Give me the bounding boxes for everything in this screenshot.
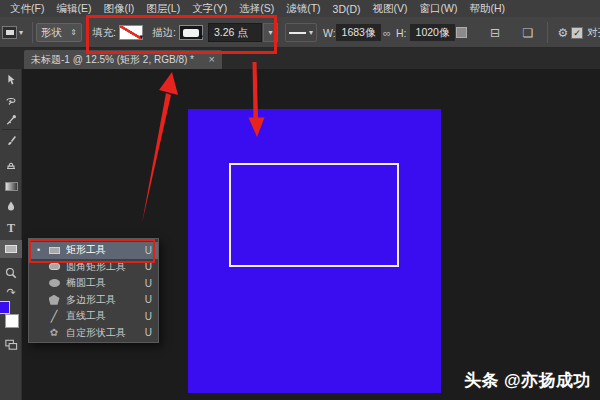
divider	[32, 22, 33, 43]
zoom-tool[interactable]	[0, 264, 22, 282]
shortcut-key: U	[141, 294, 152, 305]
flyout-item-label: 直线工具	[66, 309, 136, 323]
foreground-color-swatch[interactable]	[0, 301, 10, 314]
menu-image[interactable]: 图像(I)	[97, 2, 140, 16]
shape-width-value: 1683像	[342, 26, 376, 40]
rectangle-tool-preset-icon	[2, 26, 17, 39]
watermark: 头条@亦扬成功	[464, 369, 591, 392]
menu-layer[interactable]: 图层(L)	[140, 2, 186, 16]
lasso-tool[interactable]	[0, 91, 22, 109]
check-icon: ✓	[573, 28, 581, 38]
flyout-item-ellipse-tool[interactable]: 椭圆工具 U	[29, 275, 158, 292]
blur-tool[interactable]	[0, 197, 22, 215]
path-arrangement-button[interactable]: ❏	[519, 17, 537, 48]
rectangle-icon	[5, 245, 17, 253]
shape-width-input[interactable]: 1683像	[336, 24, 381, 41]
ellipse-icon	[47, 279, 61, 287]
menu-file[interactable]: 文件(F)	[4, 2, 50, 16]
divider	[547, 22, 548, 43]
rounded-rectangle-icon	[47, 263, 61, 270]
annotation-arrow-up-shaft	[142, 93, 171, 223]
gear-icon: ⚙	[558, 26, 569, 40]
flyout-item-label: 椭圆工具	[66, 276, 136, 290]
align-edges-checkbox[interactable]: ✓	[571, 27, 583, 39]
watermark-brand: 头条	[464, 371, 499, 390]
tools-panel: T ↷	[0, 69, 22, 400]
shortcut-key: U	[141, 311, 152, 322]
annotation-arrow-up-head	[159, 72, 178, 95]
chevron-down-icon: ▾	[19, 28, 23, 37]
brush-tool[interactable]	[0, 132, 22, 150]
geometry-options-button[interactable]: ⚙	[554, 17, 572, 48]
menu-select[interactable]: 选择(S)	[233, 2, 280, 16]
eyedropper-tool[interactable]	[0, 111, 22, 129]
menu-window[interactable]: 窗口(W)	[414, 2, 464, 16]
flyout-item-label: 多边形工具	[66, 293, 136, 307]
swap-colors-icon[interactable]: ↷	[0, 283, 22, 301]
shape-height-label: H:	[396, 27, 407, 39]
shape-height-input[interactable]: 1020像	[410, 24, 455, 41]
custom-shape-icon: ✿	[47, 328, 61, 338]
type-tool-icon: T	[7, 221, 15, 236]
flyout-item-line-tool[interactable]: ╱ 直线工具 U	[29, 308, 158, 325]
solid-line-preview	[289, 32, 306, 34]
menu-view[interactable]: 视图(V)	[367, 2, 414, 16]
gradient-tool[interactable]	[0, 177, 22, 195]
background-color-swatch[interactable]	[5, 314, 19, 328]
photoshop-window: 文件(F) 编辑(E) 图像(I) 图层(L) 文字(Y) 选择(S) 滤镜(T…	[0, 0, 600, 400]
menu-3d[interactable]: 3D(D)	[327, 3, 367, 15]
menu-edit[interactable]: 编辑(E)	[50, 2, 97, 16]
flyout-item-polygon-tool[interactable]: 多边形工具 U	[29, 292, 158, 309]
stroke-style-select[interactable]: ▾	[285, 23, 317, 42]
link-dimensions-icon[interactable]: ∞	[383, 17, 391, 48]
path-alignment-button[interactable]: ⊟	[486, 17, 504, 48]
shortcut-key: U	[141, 327, 152, 338]
tool-mode-value: 形状	[41, 26, 62, 40]
path-operations-button[interactable]	[452, 17, 470, 48]
menu-type[interactable]: 文字(Y)	[186, 2, 233, 16]
shortcut-key: U	[141, 278, 152, 289]
close-icon[interactable]: ×	[209, 54, 215, 65]
move-tool[interactable]	[0, 71, 22, 89]
line-icon: ╱	[47, 311, 61, 322]
annotation-box-rectangle-tool	[29, 239, 155, 263]
flyout-item-custom-shape-tool[interactable]: ✿ 自定形状工具 U	[29, 325, 158, 342]
tool-mode-select[interactable]: 形状 ⇕	[36, 23, 82, 42]
menu-filter[interactable]: 滤镜(T)	[280, 2, 326, 16]
gradient-icon	[5, 182, 18, 191]
flyout-item-label: 自定形状工具	[66, 326, 136, 340]
tool-preset-picker[interactable]: ▾	[2, 17, 23, 48]
shape-height-value: 1020像	[416, 26, 450, 40]
type-tool[interactable]: T	[0, 219, 22, 237]
divider	[2, 129, 20, 130]
chevron-down-icon: ▾	[309, 28, 313, 37]
arrange-layers-icon: ❏	[523, 26, 534, 40]
canvas-artboard[interactable]	[188, 109, 441, 393]
polygon-icon	[47, 295, 61, 305]
align-edges-label: 对齐	[587, 26, 600, 40]
rectangle-tool-selected[interactable]	[0, 240, 22, 258]
document-tab-title: 未标题-1 @ 12.5% (矩形 2, RGB/8) *	[31, 53, 203, 67]
drawn-rectangle-shape[interactable]	[229, 163, 399, 267]
annotation-box-fill-stroke-options	[86, 15, 277, 54]
chevron-updown-icon: ⇕	[70, 28, 77, 37]
clone-stamp-tool[interactable]	[0, 155, 22, 173]
path-operations-icon	[456, 27, 467, 38]
path-alignment-icon: ⊟	[490, 26, 500, 40]
menu-help[interactable]: 帮助(H)	[464, 2, 512, 16]
watermark-handle: @亦扬成功	[504, 371, 591, 390]
screen-mode-button[interactable]	[0, 335, 22, 353]
shape-width-label: W:	[323, 27, 336, 39]
